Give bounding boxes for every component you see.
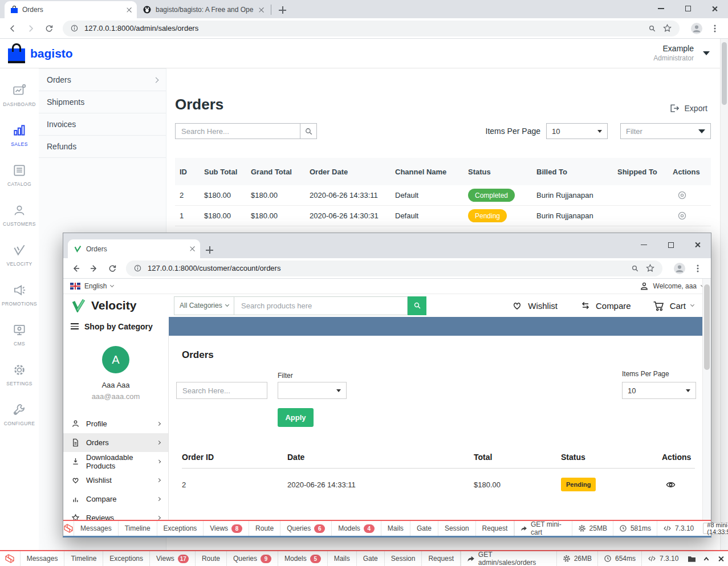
tab-customer-orders[interactable]: Orders (68, 239, 200, 258)
debug-tab-route[interactable]: Route (249, 521, 280, 536)
close-button[interactable] (701, 0, 728, 17)
product-search-button[interactable] (408, 296, 426, 315)
debug-tab-views[interactable]: Views8 (204, 521, 249, 536)
reload-icon[interactable] (41, 21, 57, 36)
profile-avatar-icon[interactable] (673, 262, 686, 275)
back-icon[interactable] (5, 21, 21, 36)
debug-tab-request[interactable]: Request (476, 521, 515, 536)
debug-tab-queries[interactable]: Queries6 (280, 521, 332, 536)
tab-admin-orders[interactable]: Orders (5, 1, 137, 18)
new-tab-button[interactable] (206, 246, 213, 254)
info-icon[interactable] (133, 264, 142, 272)
debug-tab-request[interactable]: Request (422, 551, 461, 566)
sidebar-item-configure[interactable]: CONFIGURE (0, 394, 39, 434)
scrollbar-thumb[interactable] (722, 42, 727, 105)
shop-by-category-button[interactable]: Shop by Category (63, 317, 169, 336)
sidebar-item-velocity[interactable]: VELOCITY (0, 235, 39, 275)
profile-avatar-icon[interactable] (690, 22, 703, 35)
debug-tab-messages[interactable]: Messages (74, 521, 119, 536)
tab-close-icon[interactable] (258, 7, 265, 13)
reload-icon[interactable] (104, 260, 120, 276)
sidebar-item-promotions[interactable]: PROMOTIONS (0, 275, 39, 315)
debug-tab-exceptions[interactable]: Exceptions (103, 551, 150, 566)
debug-tab-queries[interactable]: Queries9 (227, 551, 278, 566)
search-button[interactable] (300, 123, 317, 139)
sidebar-item-customers[interactable]: CUSTOMERS (0, 195, 39, 235)
search-input[interactable] (175, 123, 300, 139)
debug-close-icon[interactable] (713, 551, 728, 566)
items-per-page-select[interactable]: 10 (546, 123, 608, 139)
browser-menu-icon[interactable] (694, 263, 702, 274)
bagisto-logo-icon[interactable] (8, 43, 25, 64)
category-select[interactable]: All Categories (174, 296, 234, 315)
sidebar-item-settings[interactable]: SETTINGS (0, 355, 39, 394)
sidebar-item-dashboard[interactable]: DASHBOARD (0, 75, 39, 115)
sidebar-item-wishlist[interactable]: Wishlist (63, 471, 168, 490)
minimize-button[interactable] (648, 0, 674, 17)
zoom-icon[interactable] (648, 24, 657, 33)
page-scrollbar[interactable] (702, 279, 711, 520)
url-field[interactable]: 127.0.0.1:8000/customer/account/orders (126, 260, 662, 276)
filter-select[interactable]: Filter (620, 123, 711, 139)
bookmark-star-icon[interactable] (662, 23, 672, 33)
submenu-item-invoices[interactable]: Invoices (39, 113, 166, 136)
maximize-button[interactable] (657, 235, 684, 254)
browser-menu-icon[interactable] (711, 23, 719, 34)
sidebar-item-downloadable-products[interactable]: Downloadable Products (63, 452, 168, 471)
apply-button[interactable]: Apply (278, 408, 314, 427)
view-order-button[interactable] (673, 190, 707, 200)
debug-tab-gate[interactable]: Gate (357, 551, 385, 566)
page-scrollbar[interactable] (720, 39, 728, 550)
filter-select[interactable] (278, 382, 347, 399)
language-selector[interactable]: English (84, 282, 107, 290)
sidebar-item-orders[interactable]: Orders (63, 433, 168, 452)
debug-tab-timeline[interactable]: Timeline (119, 521, 157, 536)
admin-user-menu[interactable]: Example Administrator (653, 44, 720, 63)
debug-tab-models[interactable]: Models5 (278, 551, 328, 566)
new-tab-button[interactable] (279, 6, 286, 14)
tab-close-icon[interactable] (189, 246, 196, 252)
scrollbar-thumb[interactable] (704, 284, 710, 370)
debug-request-select[interactable]: #8 mini-cart (ajax) (14:33:52) (703, 523, 728, 534)
store-logo[interactable]: Velocity (71, 299, 165, 312)
info-icon[interactable] (70, 24, 79, 32)
back-icon[interactable] (68, 260, 84, 276)
debug-tab-views[interactable]: Views17 (150, 551, 196, 566)
minimize-button[interactable] (631, 235, 657, 254)
view-order-button[interactable] (673, 211, 707, 221)
forward-icon[interactable] (23, 21, 39, 36)
sidebar-item-compare[interactable]: Compare (63, 490, 168, 508)
url-field[interactable]: 127.0.0.1:8000/admin/sales/orders (63, 21, 680, 36)
debug-tab-mails[interactable]: Mails (381, 521, 410, 536)
view-order-button[interactable] (662, 480, 695, 490)
forward-icon[interactable] (86, 260, 102, 276)
submenu-item-orders[interactable]: Orders (39, 69, 166, 91)
debug-tab-gate[interactable]: Gate (410, 521, 438, 536)
debug-tab-route[interactable]: Route (196, 551, 227, 566)
debug-tab-exceptions[interactable]: Exceptions (157, 521, 204, 536)
tab-github[interactable]: bagisto/bagisto: A Free and Ope (137, 1, 269, 18)
search-input[interactable] (176, 382, 267, 399)
submenu-item-refunds[interactable]: Refunds (39, 136, 166, 158)
debug-tab-timeline[interactable]: Timeline (64, 551, 103, 566)
bookmark-star-icon[interactable] (645, 263, 655, 273)
items-per-page-select[interactable]: 10 (622, 382, 696, 399)
debug-tab-session[interactable]: Session (385, 551, 422, 566)
debug-expand-icon[interactable] (699, 551, 714, 566)
debug-open-icon[interactable] (684, 551, 699, 566)
laravel-logo-icon[interactable] (0, 551, 21, 566)
sidebar-item-catalog[interactable]: CATALOG (0, 155, 39, 195)
debug-tab-messages[interactable]: Messages (21, 551, 65, 566)
debug-tab-mails[interactable]: Mails (328, 551, 357, 566)
debug-tab-models[interactable]: Models4 (332, 521, 381, 536)
brand-name[interactable]: bagisto (30, 47, 73, 60)
product-search-input[interactable] (234, 296, 408, 315)
laravel-logo-icon[interactable] (63, 521, 74, 536)
sidebar-item-sales[interactable]: SALES (0, 115, 39, 155)
compare-link[interactable]: Compare (579, 301, 631, 311)
sidebar-item-profile[interactable]: Profile (63, 414, 168, 433)
account-dropdown[interactable]: Welcome, aaa (640, 282, 704, 291)
sidebar-item-cms[interactable]: CMS (0, 315, 39, 355)
submenu-item-shipments[interactable]: Shipments (39, 91, 166, 113)
cart-link[interactable]: Cart (653, 300, 694, 311)
